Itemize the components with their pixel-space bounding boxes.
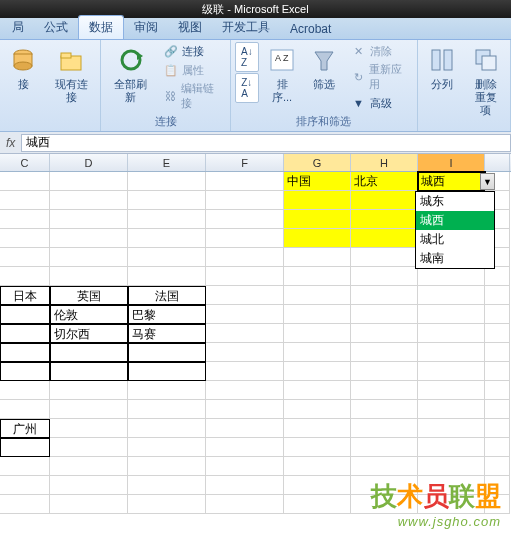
cell[interactable] [284, 210, 351, 229]
cell[interactable] [351, 438, 418, 457]
cell[interactable] [351, 419, 418, 438]
cell[interactable] [485, 381, 510, 400]
cell[interactable] [418, 457, 485, 476]
cell[interactable] [485, 343, 510, 362]
cell[interactable] [0, 476, 50, 495]
dropdown-item-selected[interactable]: 城西 [416, 211, 494, 230]
cell[interactable] [284, 419, 351, 438]
cell[interactable] [128, 476, 206, 495]
cell[interactable] [485, 400, 510, 419]
formula-input[interactable] [21, 134, 511, 152]
remove-dup-button[interactable]: 删除 重复项 [466, 42, 507, 119]
cell[interactable] [284, 267, 351, 286]
cell[interactable] [351, 210, 418, 229]
sort-button[interactable]: A Z 排序... [263, 42, 301, 106]
cell[interactable] [485, 476, 510, 495]
cell[interactable] [351, 400, 418, 419]
cell[interactable] [128, 400, 206, 419]
cell[interactable] [351, 362, 418, 381]
cell[interactable] [284, 495, 351, 514]
cell[interactable] [206, 210, 284, 229]
cell[interactable] [206, 438, 284, 457]
tab-acrobat[interactable]: Acrobat [280, 19, 341, 39]
cell-t1-h1[interactable]: 日本 [0, 286, 50, 305]
cell[interactable] [485, 267, 510, 286]
cell[interactable] [485, 495, 510, 514]
dropdown-list[interactable]: 城东 城西 城北 城南 [415, 191, 495, 269]
cell[interactable] [206, 476, 284, 495]
cell[interactable] [128, 495, 206, 514]
tab-view[interactable]: 视图 [168, 16, 212, 39]
dropdown-item[interactable]: 城北 [416, 230, 494, 249]
cell[interactable]: 伦敦 [50, 305, 128, 324]
cell[interactable] [418, 305, 485, 324]
spreadsheet-grid[interactable]: C D E F G H I 中国 北京 城西 日本 英国 法国 [0, 154, 511, 514]
refresh-all-button[interactable]: 全部刷新 [105, 42, 155, 106]
cell[interactable] [0, 210, 50, 229]
cell[interactable] [50, 438, 128, 457]
cell[interactable] [0, 191, 50, 210]
cell-g2[interactable]: 中国 [284, 172, 351, 191]
reapply-button[interactable]: ↻重新应用 [348, 61, 413, 93]
cell[interactable]: 切尔西 [50, 324, 128, 343]
cell[interactable] [418, 476, 485, 495]
dropdown-item[interactable]: 城南 [416, 249, 494, 268]
cell[interactable] [206, 191, 284, 210]
cell[interactable] [0, 381, 50, 400]
connections-button[interactable]: 🔗连接 [160, 42, 226, 60]
cell[interactable] [50, 419, 128, 438]
cell[interactable] [0, 305, 50, 324]
clear-button[interactable]: ✕清除 [348, 42, 413, 60]
cell[interactable] [50, 400, 128, 419]
cell[interactable] [206, 400, 284, 419]
cell[interactable] [50, 495, 128, 514]
cell[interactable] [50, 172, 128, 191]
cell[interactable] [0, 400, 50, 419]
cell[interactable] [351, 381, 418, 400]
cell[interactable] [284, 476, 351, 495]
cell[interactable] [418, 362, 485, 381]
cell[interactable] [284, 248, 351, 267]
cell[interactable] [128, 343, 206, 362]
advanced-button[interactable]: ▼高级 [348, 94, 413, 112]
cell[interactable] [351, 457, 418, 476]
cell[interactable] [284, 191, 351, 210]
cell[interactable] [50, 248, 128, 267]
cell[interactable] [351, 286, 418, 305]
cell[interactable] [206, 305, 284, 324]
cell[interactable] [206, 229, 284, 248]
edit-links-button[interactable]: ⛓编辑链接 [160, 80, 226, 112]
cell[interactable] [50, 476, 128, 495]
cell[interactable] [206, 362, 284, 381]
cell[interactable] [206, 495, 284, 514]
cell[interactable] [485, 362, 510, 381]
cell[interactable] [284, 229, 351, 248]
cell[interactable] [50, 191, 128, 210]
cell[interactable] [206, 172, 284, 191]
cell[interactable] [351, 343, 418, 362]
col-header-e[interactable]: E [128, 154, 206, 171]
cell[interactable] [284, 305, 351, 324]
cell[interactable] [351, 495, 418, 514]
text-to-columns-button[interactable]: 分列 [422, 42, 462, 93]
cell[interactable] [284, 400, 351, 419]
cell[interactable] [351, 267, 418, 286]
cell[interactable] [206, 286, 284, 305]
cell[interactable] [128, 248, 206, 267]
cell[interactable] [206, 343, 284, 362]
get-external-button[interactable]: 接 [4, 42, 43, 93]
cell[interactable] [50, 267, 128, 286]
cell[interactable] [50, 362, 128, 381]
cell-i2[interactable]: 城西 [418, 172, 485, 191]
cell[interactable] [418, 286, 485, 305]
cell-t2-h[interactable]: 广州 [0, 419, 50, 438]
cell[interactable] [206, 267, 284, 286]
cell[interactable]: 马赛 [128, 324, 206, 343]
dropdown-item[interactable]: 城东 [416, 192, 494, 211]
cell[interactable] [418, 419, 485, 438]
cell[interactable] [0, 267, 50, 286]
cell[interactable] [284, 324, 351, 343]
cell[interactable] [128, 172, 206, 191]
cell[interactable] [485, 286, 510, 305]
cell[interactable] [485, 419, 510, 438]
